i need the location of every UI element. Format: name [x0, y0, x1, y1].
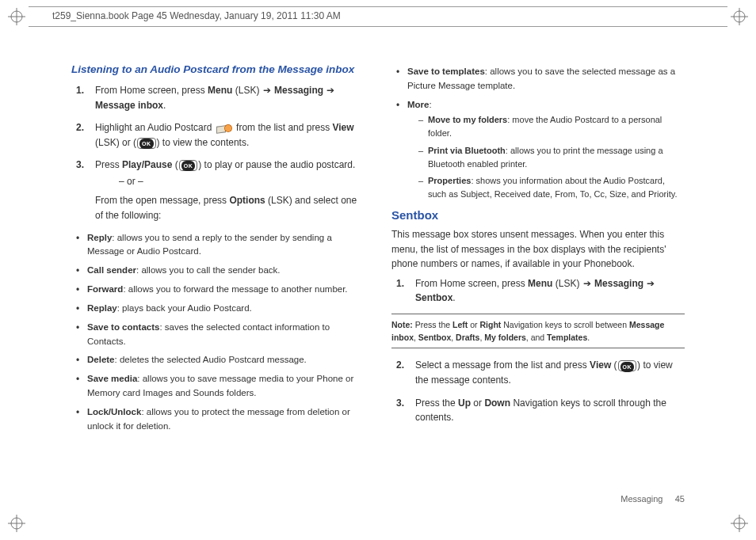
left-column: Listening to an Audio Postcard from the …: [71, 62, 365, 492]
ok-key-icon: OK: [137, 138, 156, 149]
option-forward: Forward: allows you to forward the messa…: [76, 283, 365, 297]
step-3: Press Play/Pause (OK) to play or pause t…: [71, 158, 365, 222]
audio-postcard-icon: [216, 123, 232, 134]
sentbox-step-1: From Home screen, press Menu (LSK) ➔ Mes…: [391, 276, 685, 306]
section-title-listening: Listening to an Audio Postcard from the …: [71, 62, 365, 78]
option-replay: Replay: plays back your Audio Postcard.: [76, 302, 365, 316]
option-call-sender: Call sender: allows you to call the send…: [76, 264, 365, 278]
option-reply: Reply: allows you to send a reply to the…: [76, 231, 365, 260]
right-column: Save to templates: allows you to save th…: [391, 62, 685, 492]
option-lock-unlock: Lock/Unlock: allows you to protect the m…: [76, 405, 365, 434]
step-or: – or –: [95, 174, 365, 189]
sentbox-step-3: Press the Up or Down Navigation keys to …: [391, 396, 685, 425]
option-more: More: Move to my folders: move the Audio…: [396, 98, 685, 201]
crop-mark-bl: [8, 515, 25, 532]
crop-mark-tl: [8, 8, 25, 25]
option-save-to-templates: Save to templates: allows you to save th…: [396, 65, 685, 93]
step-2: Highlight an Audio Postcard from the lis…: [71, 120, 365, 150]
option-save-to-contacts: Save to contacts: saves the selected con…: [76, 321, 365, 349]
ok-key-icon: OK: [179, 160, 198, 171]
sentbox-step-2: Select a message from the list and press…: [391, 358, 685, 387]
step-1: From Home screen, press Menu (LSK) ➔ Mes…: [71, 83, 365, 112]
footer-page-number: 45: [675, 494, 685, 504]
option-more-move: Move to my folders: move the Audio Postc…: [418, 113, 685, 140]
footer-section: Messaging: [620, 494, 662, 504]
section-heading-sentbox: Sentbox: [391, 206, 685, 224]
option-delete: Delete: deletes the selected Audio Postc…: [76, 353, 365, 367]
note-box: Note: Press the Left or Right Navigation…: [391, 314, 685, 349]
option-save-media: Save media: allows you to save message m…: [76, 372, 365, 401]
crop-mark-tr: [731, 8, 748, 25]
option-more-print: Print via Bluetooth: allows you to print…: [418, 144, 685, 171]
sentbox-intro: This message box stores unsent messages.…: [391, 227, 685, 272]
page-header-text: t259_Sienna.book Page 45 Wednesday, Janu…: [29, 7, 727, 26]
ok-key-icon: OK: [618, 360, 637, 371]
option-more-properties: Properties: shows you information about …: [418, 174, 685, 201]
page-header: t259_Sienna.book Page 45 Wednesday, Janu…: [29, 6, 727, 27]
page-footer: Messaging 45: [620, 494, 685, 504]
crop-mark-br: [731, 515, 748, 532]
